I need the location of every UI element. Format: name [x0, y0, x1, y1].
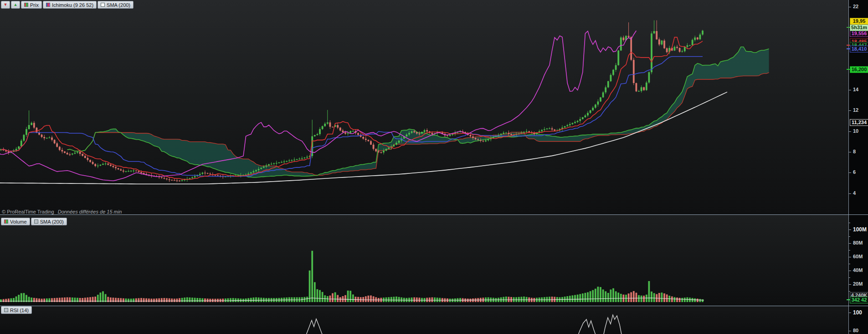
sma-line-icon: [101, 3, 105, 7]
axis-tick-label: 80M: [853, 240, 863, 245]
rsi-line-icon: [4, 308, 8, 312]
axis-tick: [849, 264, 850, 264]
axis-tick-label: 100M: [853, 226, 867, 233]
axis-tick: [849, 291, 850, 292]
data-delay-note: Données différées de 15 min: [58, 209, 122, 214]
axis-price-label: 19,95: [850, 18, 868, 25]
axis-tick-label: 6: [853, 169, 856, 175]
sma-indicator-button[interactable]: SMA (200): [98, 1, 134, 9]
axis-tick-label: 12: [853, 107, 858, 113]
axis-tick: [849, 110, 851, 111]
axis-tick-label: 80: [853, 328, 858, 333]
axis-tick: [849, 7, 851, 7]
axis-tick: [849, 277, 850, 278]
axis-tick: [849, 284, 851, 285]
axis-tick-label: 4: [853, 190, 856, 196]
axis-tick-label: 14: [853, 87, 858, 92]
chart-canvas[interactable]: [0, 0, 868, 334]
axis-tick-label: 22: [853, 4, 858, 9]
axis-tick: [849, 131, 851, 132]
axis-tick-label: 40M: [853, 267, 863, 273]
axis-tick: [849, 236, 850, 237]
trading-chart-window: 22141210864100M80M60M40M20M1008019,955h3…: [0, 0, 868, 334]
export-down-button[interactable]: ▼: [1, 1, 10, 9]
axis-tick: [849, 152, 851, 152]
volume-sma-button[interactable]: SMA (200): [31, 218, 67, 225]
rsi-indicator-button[interactable]: RSI (14): [1, 306, 32, 314]
axis-label-tick: [847, 299, 850, 300]
volume-panel-toolbar: Volume SMA (200): [1, 218, 67, 225]
axis-label-tick: [847, 69, 850, 70]
rsi-panel-toolbar: RSI (14): [1, 306, 32, 314]
axis-tick: [849, 223, 850, 223]
axis-tick-label: 20M: [853, 281, 863, 287]
axis-tick: [849, 172, 851, 173]
volume-indicator-button[interactable]: Volume: [1, 218, 30, 225]
copyright-brand: © ProRealTime Trading: [2, 209, 54, 214]
axis-price-label: 16,200: [850, 66, 868, 73]
axis-tick: [849, 271, 851, 271]
volume-indicator-label: Volume: [10, 219, 27, 224]
price-indicator-label: Prix: [30, 2, 39, 8]
axis-label-tick: [847, 27, 850, 28]
import-up-button[interactable]: ▲: [11, 1, 20, 9]
axis-price-label: 18,410: [850, 46, 868, 52]
axis-tick-label: 100: [853, 309, 862, 316]
axis-tick: [849, 331, 851, 331]
axis-tick: [849, 313, 851, 313]
panel-separator-volume-rsi[interactable]: [0, 306, 868, 306]
panel-separator-price-volume[interactable]: [0, 214, 868, 215]
arrow-up-icon: ▲: [14, 3, 18, 7]
axis-tick: [849, 250, 850, 250]
axis-price-label: 5h31m: [850, 24, 868, 31]
axis-tick-label: 10: [853, 128, 858, 134]
axis-price-label: 19,556: [850, 30, 868, 37]
ichimoku-indicator-label: Ichimoku (9 26 52): [52, 2, 93, 8]
sma-indicator-label: SMA (200): [107, 2, 130, 8]
axis-price-label: 11,234: [850, 119, 868, 126]
price-indicator-button[interactable]: Prix: [21, 1, 42, 9]
axis-tick: [849, 257, 851, 257]
price-panel-toolbar: ▼ ▲ Prix Ichimoku (9 26 52) SMA (200): [1, 1, 134, 9]
axis-tick-label: 60M: [853, 254, 863, 259]
copyright-note: © ProRealTime TradingDonnées différées d…: [2, 209, 122, 214]
volume-sma-icon: [34, 219, 38, 224]
axis-tick: [849, 230, 851, 230]
ichimoku-indicator-button[interactable]: Ichimoku (9 26 52): [43, 1, 97, 9]
axis-tick: [849, 90, 851, 90]
axis-label-tick: [847, 45, 850, 46]
ichimoku-icon: [46, 3, 50, 7]
axis-price-label: 342 42: [850, 297, 868, 303]
axis-label-tick: [847, 48, 850, 49]
volume-bars-icon: [4, 219, 8, 224]
axis-tick: [849, 193, 851, 194]
arrow-down-icon: ▼: [4, 3, 8, 7]
rsi-indicator-label: RSI (14): [10, 308, 29, 313]
candles-icon: [24, 3, 28, 7]
axis-tick: [849, 243, 851, 244]
volume-sma-label: SMA (200): [40, 219, 64, 224]
axis-tick-label: 8: [853, 149, 856, 154]
